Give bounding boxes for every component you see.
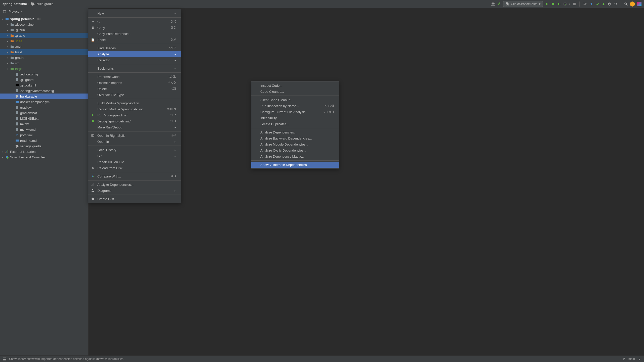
folder-build[interactable]: ▸build: [0, 49, 88, 55]
menu-item-inspect-code-[interactable]: Inspect Code...: [251, 82, 339, 88]
menu-item-show-vulnerable-dependencies[interactable]: Show Vulnerable Dependencies: [251, 162, 339, 168]
menu-item-open-in-right-split[interactable]: Open in Right Split⇧⏎: [88, 132, 181, 139]
menu-item-analyze-dependency-matrix-[interactable]: Analyze Dependency Matrix...: [251, 153, 339, 159]
profile-dropdown-icon[interactable]: ▾: [569, 3, 570, 5]
breadcrumb-root[interactable]: spring-petclinic: [3, 2, 27, 6]
menu-item-more-run-debug[interactable]: More Run/Debug▸: [88, 124, 181, 130]
avatar[interactable]: [630, 2, 635, 7]
folder-target[interactable]: ▸target: [0, 66, 88, 71]
menu-item-reload-from-disk[interactable]: ↻Reload from Disk: [88, 165, 181, 171]
git-history-icon[interactable]: [608, 2, 612, 6]
stop-button[interactable]: [572, 2, 576, 6]
expand-icon[interactable]: ▾: [2, 18, 5, 20]
menu-item-reformat-code[interactable]: Reformat Code⌥⌘L: [88, 74, 181, 80]
git-rollback-icon[interactable]: [614, 2, 618, 6]
menu-item-run-spring-petclinic-[interactable]: Run 'spring-petclinic'^⇧R: [88, 112, 181, 118]
folder-.devcontainer[interactable]: ▸.devcontainer: [0, 22, 88, 27]
expand-icon[interactable]: ▸: [7, 40, 10, 42]
menu-item-build-module-spring-petclinic-[interactable]: Build Module 'spring-petclinic': [88, 100, 181, 106]
expand-icon[interactable]: ▸: [7, 56, 10, 59]
menu-item-git[interactable]: Git▸: [88, 153, 181, 159]
users-icon[interactable]: [491, 2, 495, 6]
file-docker-compose.yml[interactable]: docker-compose.yml: [0, 99, 88, 105]
jetbrains-logo[interactable]: [637, 2, 641, 6]
menu-item-paste[interactable]: 📋Paste⌘V: [88, 37, 181, 43]
git-commit-icon[interactable]: [595, 2, 599, 6]
sidebar-title[interactable]: Project: [9, 10, 19, 13]
folder-src[interactable]: ▸src: [0, 60, 88, 66]
branch-name[interactable]: main: [628, 357, 635, 361]
menu-item-code-cleanup-[interactable]: Code Cleanup...: [251, 88, 339, 95]
run-configuration[interactable]: 🐘 ClinicServiceTests ▾: [503, 1, 543, 7]
menu-item-diagrams[interactable]: Diagrams▸: [88, 188, 181, 194]
menu-item-analyze-module-dependencies-[interactable]: Analyze Module Dependencies...: [251, 141, 339, 147]
expand-icon[interactable]: ▸: [2, 150, 5, 153]
menu-item-analyze-cyclic-dependencies-[interactable]: Analyze Cyclic Dependencies...: [251, 147, 339, 153]
menu-item-copy[interactable]: ⧉Copy⌘C: [88, 25, 181, 31]
menu-item-copy-path-reference-[interactable]: Copy Path/Reference...: [88, 31, 181, 37]
menu-item-create-gist-[interactable]: Create Gist...: [88, 196, 181, 202]
menu-item-configure-current-file-analysis-[interactable]: Configure Current File Analysis...⌥⇧⌘H: [251, 109, 339, 115]
menu-item-delete-[interactable]: Delete...⌫: [88, 86, 181, 92]
folder-gradle[interactable]: ▸gradle: [0, 55, 88, 60]
sidebar-dropdown-icon[interactable]: ▾: [21, 10, 22, 13]
menu-item-repair-ide-on-file[interactable]: Repair IDE on File: [88, 159, 181, 165]
hammer-icon[interactable]: [497, 2, 501, 6]
file-gradlew[interactable]: gradlew: [0, 105, 88, 110]
project-root[interactable]: ▾ spring-petclinic ~/Id: [0, 16, 88, 22]
expand-icon[interactable]: ▸: [7, 23, 10, 26]
folder-.github[interactable]: ▸.github: [0, 27, 88, 33]
expand-icon[interactable]: ▸: [2, 156, 5, 159]
file-.gitignore[interactable]: .gitignore: [0, 77, 88, 82]
expand-icon[interactable]: ▸: [7, 62, 10, 65]
expand-icon[interactable]: ▸: [7, 45, 10, 48]
menu-item-new[interactable]: New▸: [88, 10, 181, 16]
menu-item-refactor[interactable]: Refactor▸: [88, 57, 181, 63]
folder-.mvn[interactable]: ▸.mvn: [0, 44, 88, 49]
menu-item-debug-spring-petclinic-[interactable]: Debug 'spring-petclinic'^⇧D: [88, 118, 181, 124]
file-.springjavaformatconfig[interactable]: .springjavaformatconfig: [0, 88, 88, 94]
menu-item-find-usages[interactable]: Find Usages⌥F7: [88, 45, 181, 51]
breadcrumb-file[interactable]: build.gradle: [36, 2, 53, 6]
menu-item-analyze-backward-dependencies-[interactable]: Analyze Backward Dependencies...: [251, 135, 339, 141]
menu-item-open-in[interactable]: Open In▸: [88, 139, 181, 145]
menu-item-run-inspection-by-name-[interactable]: Run Inspection by Name...⌥⇧⌘I: [251, 103, 339, 109]
menu-item-analyze[interactable]: Analyze▸: [88, 51, 181, 57]
menu-item-local-history[interactable]: Local History▸: [88, 147, 181, 153]
file-mvnw.cmd[interactable]: mvnw.cmd: [0, 127, 88, 132]
menu-item-silent-code-cleanup[interactable]: Silent Code Cleanup: [251, 97, 339, 103]
menu-item-cut[interactable]: ✂Cut⌘X: [88, 19, 181, 25]
expand-icon[interactable]: ▸: [7, 67, 10, 70]
menu-item-compare-with-[interactable]: Compare With...⌘D: [88, 173, 181, 179]
search-icon[interactable]: [624, 2, 628, 6]
file-settings.gradle[interactable]: 🐘settings.gradle: [0, 143, 88, 149]
file-build.gradle[interactable]: 🐘build.gradle: [0, 94, 88, 99]
expand-icon[interactable]: ▸: [7, 34, 10, 37]
file-LICENSE.txt[interactable]: LICENSE.txt: [0, 116, 88, 121]
menu-item-locate-duplicates-[interactable]: Locate Duplicates...: [251, 121, 339, 127]
file-pom.xml[interactable]: mpom.xml: [0, 132, 88, 138]
menu-item-optimize-imports[interactable]: Optimize Imports^⌥O: [88, 80, 181, 86]
git-push-icon[interactable]: [601, 2, 606, 6]
expand-icon[interactable]: ▸: [7, 29, 10, 31]
debug-button[interactable]: [551, 2, 555, 6]
profile-button[interactable]: [563, 2, 567, 6]
branch-icon[interactable]: [622, 357, 626, 361]
folder-.idea[interactable]: ▸.idea: [0, 38, 88, 44]
menu-item-analyze-dependencies-[interactable]: Analyze Dependencies...: [88, 182, 181, 188]
tree-extra[interactable]: ▸Scratches and Consoles: [0, 154, 88, 160]
menu-item-override-file-type[interactable]: Override File Type: [88, 92, 181, 98]
lock-icon[interactable]: [637, 357, 641, 361]
menu-item-bookmarks[interactable]: Bookmarks▸: [88, 65, 181, 71]
tree-extra[interactable]: ▸External Libraries: [0, 149, 88, 154]
git-pull-icon[interactable]: [589, 2, 593, 6]
file-mvnw[interactable]: mvnw: [0, 121, 88, 127]
menu-item-rebuild-module-spring-petclinic-[interactable]: Rebuild Module 'spring-petclinic'⇧⌘F9: [88, 106, 181, 112]
toolwindow-icon[interactable]: [3, 357, 7, 361]
project-icon[interactable]: [3, 10, 7, 14]
run-button[interactable]: [545, 2, 549, 6]
menu-item-infer-nullity-[interactable]: Infer Nullity...: [251, 115, 339, 121]
file-gradlew.bat[interactable]: gradlew.bat: [0, 110, 88, 116]
file-readme.md[interactable]: readme.md: [0, 138, 88, 143]
folder-.gradle[interactable]: ▸.gradle: [0, 33, 88, 38]
